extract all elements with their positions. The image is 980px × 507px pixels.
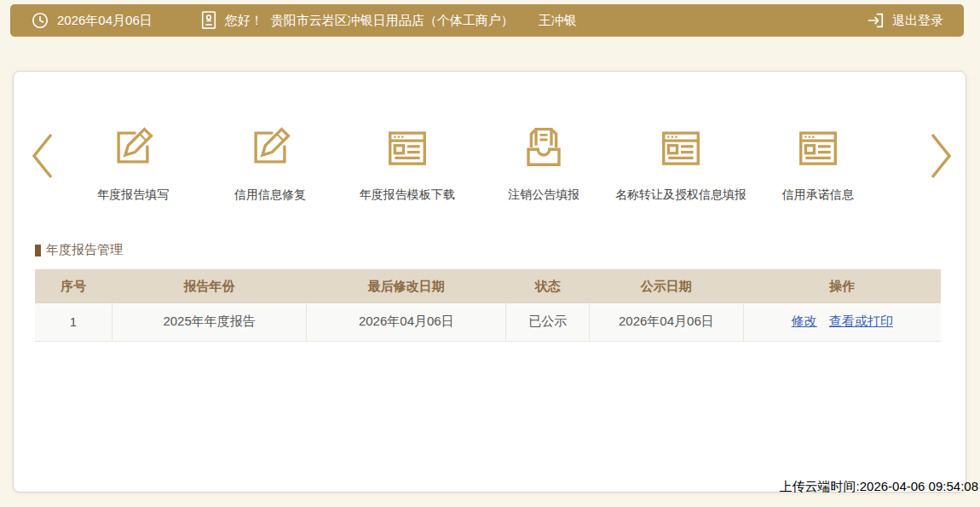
carousel-item-credit-commitment[interactable]: 信用承诺信息 bbox=[749, 124, 886, 203]
inbox-icon bbox=[521, 124, 567, 170]
chevron-right-icon bbox=[929, 131, 954, 181]
carousel-item-label: 名称转让及授权信息填报 bbox=[615, 187, 747, 203]
carousel-next-button[interactable] bbox=[929, 124, 954, 184]
cell-publish-date: 2026年04月06日 bbox=[590, 303, 744, 341]
logout-label: 退出登录 bbox=[892, 13, 943, 29]
chevron-left-icon bbox=[29, 131, 55, 181]
carousel-item-label: 年度报告填写 bbox=[97, 187, 169, 203]
col-header-publish-date: 公示日期 bbox=[590, 269, 744, 303]
cell-actions: 修改 查看或打印 bbox=[743, 303, 941, 341]
template-icon bbox=[658, 124, 704, 170]
table-row: 1 2025年年度报告 2026年04月06日 已公示 2026年04月06日 … bbox=[35, 303, 941, 341]
edit-icon bbox=[110, 124, 156, 170]
col-header-status: 状态 bbox=[506, 269, 590, 303]
carousel-item-annual-report-fill[interactable]: 年度报告填写 bbox=[65, 124, 202, 203]
carousel-item-credit-repair[interactable]: 信用信息修复 bbox=[202, 124, 339, 203]
logout-icon bbox=[866, 11, 885, 30]
edit-link[interactable]: 修改 bbox=[792, 314, 817, 328]
carousel-item-cancellation-notice[interactable]: 注销公告填报 bbox=[476, 124, 613, 203]
cell-report-year: 2025年年度报告 bbox=[112, 303, 307, 341]
function-carousel: 年度报告填写 信用信息修复 年度报告模板下载 注销公告填报 名称转让及授权信息填… bbox=[14, 72, 966, 203]
greeting-text: 您好！ bbox=[225, 13, 263, 29]
template-icon bbox=[384, 124, 430, 170]
template-icon bbox=[795, 124, 841, 170]
cell-last-modified: 2026年04月06日 bbox=[307, 303, 506, 341]
col-header-last-modified: 最后修改日期 bbox=[307, 269, 506, 303]
current-date: 2026年04月06日 bbox=[57, 13, 153, 29]
carousel-item-label: 注销公告填报 bbox=[508, 187, 579, 203]
table-header-row: 序号 报告年份 最后修改日期 状态 公示日期 操作 bbox=[35, 269, 941, 303]
logout-button[interactable]: 退出登录 bbox=[866, 11, 943, 30]
user-name: 王冲银 bbox=[539, 13, 577, 29]
section-title: 年度报告管理 bbox=[35, 242, 966, 258]
carousel-item-template-download[interactable]: 年度报告模板下载 bbox=[338, 124, 476, 203]
annual-report-table: 序号 报告年份 最后修改日期 状态 公示日期 操作 1 2025年年度报告 20… bbox=[35, 269, 941, 342]
main-card: 年度报告填写 信用信息修复 年度报告模板下载 注销公告填报 名称转让及授权信息填… bbox=[13, 71, 966, 493]
section-title-text: 年度报告管理 bbox=[46, 242, 123, 258]
col-header-report-year: 报告年份 bbox=[112, 269, 307, 303]
clock-icon bbox=[31, 11, 49, 30]
carousel-items: 年度报告填写 信用信息修复 年度报告模板下载 注销公告填报 名称转让及授权信息填… bbox=[65, 124, 886, 203]
cell-index: 1 bbox=[35, 303, 112, 341]
cell-status: 已公示 bbox=[506, 303, 590, 341]
carousel-item-label: 年度报告模板下载 bbox=[360, 187, 455, 203]
topbar: 2026年04月06日 您好！ 贵阳市云岩区冲银日用品店（个体工商户） 王冲银 … bbox=[10, 4, 964, 37]
carousel-item-label: 信用承诺信息 bbox=[782, 187, 854, 203]
section-bullet-icon bbox=[35, 245, 41, 256]
view-or-print-link[interactable]: 查看或打印 bbox=[829, 314, 893, 328]
topbar-user-group: 您好！ 贵阳市云岩区冲银日用品店（个体工商户） 王冲银 bbox=[200, 10, 577, 31]
topbar-date-group: 2026年04月06日 bbox=[31, 11, 153, 30]
id-badge-icon bbox=[200, 10, 217, 31]
edit-icon bbox=[247, 124, 293, 170]
carousel-prev-button[interactable] bbox=[29, 124, 55, 184]
upload-time-text: 上传云端时间:2026-04-06 09:54:08 bbox=[780, 479, 978, 495]
carousel-item-name-transfer[interactable]: 名称转让及授权信息填报 bbox=[613, 124, 750, 203]
carousel-item-label: 信用信息修复 bbox=[234, 187, 306, 203]
col-header-actions: 操作 bbox=[743, 269, 941, 303]
company-name: 贵阳市云岩区冲银日用品店（个体工商户） bbox=[271, 13, 514, 29]
col-header-index: 序号 bbox=[35, 269, 112, 303]
